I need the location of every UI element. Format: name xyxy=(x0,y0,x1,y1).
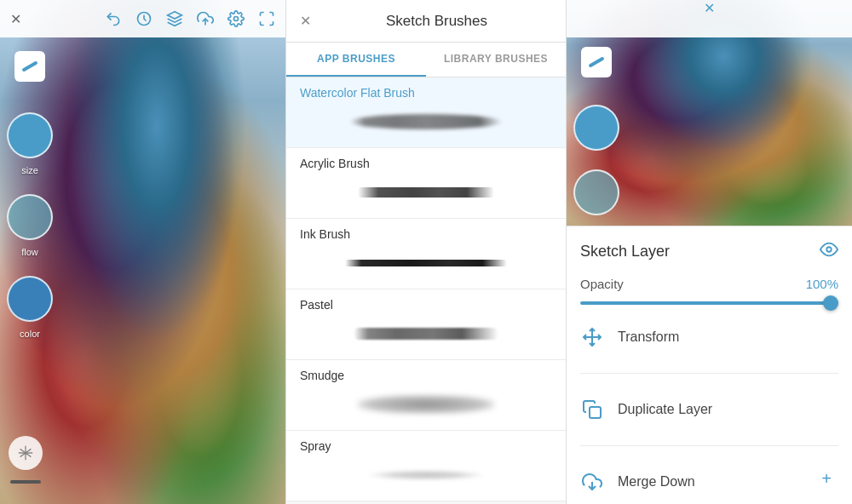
size-label: size xyxy=(21,165,38,175)
left-toolbar: ✕ xyxy=(0,0,285,37)
list-item[interactable]: Ink Brush xyxy=(286,219,566,289)
brush-tabs: APP BRUSHES LIBRARY BRUSHES xyxy=(286,43,566,77)
right-flow-control[interactable] xyxy=(573,169,619,215)
brush-panel-header: ✕ Sketch Brushes xyxy=(286,0,566,43)
left-close-button[interactable]: ✕ xyxy=(10,11,21,27)
stroke-watercolor xyxy=(349,114,503,129)
right-toolbar: ✕ xyxy=(567,0,852,37)
divider xyxy=(580,373,838,374)
brush-preview xyxy=(300,317,552,351)
fullscreen-button[interactable] xyxy=(258,10,275,27)
brush-icon xyxy=(21,60,37,72)
right-panel: ✕ xyxy=(567,0,852,504)
svg-point-3 xyxy=(234,17,239,21)
layers-button[interactable] xyxy=(166,10,183,27)
brush-preview xyxy=(300,105,552,139)
layer-panel-header: Sketch Layer xyxy=(580,240,838,263)
brush-preview xyxy=(300,246,552,280)
svg-point-8 xyxy=(826,247,832,252)
list-item[interactable]: Pastel xyxy=(286,289,566,360)
opacity-label: Opacity xyxy=(580,277,624,291)
transform-icon xyxy=(580,325,604,349)
left-side-tools: size flow color xyxy=(7,51,53,339)
brush-name: Ink Brush xyxy=(300,227,552,241)
merge-icon xyxy=(580,470,604,494)
layer-visibility-button[interactable] xyxy=(820,240,838,263)
opacity-slider[interactable] xyxy=(580,301,838,305)
right-size-control[interactable] xyxy=(573,105,619,151)
duplicate-label: Duplicate Layer xyxy=(618,402,712,417)
stroke-pastel xyxy=(354,328,498,340)
right-side-tools xyxy=(573,47,619,215)
duplicate-layer-action[interactable]: Duplicate Layer xyxy=(580,398,838,421)
brush-list-panel: ✕ Sketch Brushes APP BRUSHES LIBRARY BRU… xyxy=(285,0,567,504)
brush-panel-close-button[interactable]: ✕ xyxy=(300,13,311,29)
layer-actions: Transform Duplicate Layer xyxy=(580,325,838,504)
list-item[interactable]: Watercolor Flat Brush xyxy=(286,77,566,148)
tab-app-brushes[interactable]: APP BRUSHES xyxy=(286,43,426,77)
history-button[interactable] xyxy=(135,10,153,27)
color-label: color xyxy=(20,329,40,339)
list-item[interactable]: Smudge xyxy=(286,360,566,431)
brush-list: Watercolor Flat Brush Acrylic Brush Ink … xyxy=(286,77,566,504)
flow-control[interactable] xyxy=(7,194,53,240)
duplicate-icon xyxy=(580,398,604,421)
settings-button[interactable] xyxy=(227,10,245,27)
brush-name: Watercolor Flat Brush xyxy=(300,86,552,100)
flow-label: flow xyxy=(21,247,38,257)
opacity-value: 100% xyxy=(806,277,838,291)
opacity-row: Opacity 100% xyxy=(580,277,838,291)
stroke-spray xyxy=(366,470,486,480)
svg-rect-11 xyxy=(590,407,601,418)
brush-name: Pastel xyxy=(300,298,552,312)
undo-button[interactable] xyxy=(105,10,122,27)
brush-name: Spray xyxy=(300,439,552,453)
stroke-smudge xyxy=(358,395,494,414)
bottom-tools xyxy=(7,436,44,487)
color-control[interactable] xyxy=(7,276,53,322)
left-drawing-panel: ✕ xyxy=(0,0,285,504)
brush-name: Smudge xyxy=(300,369,552,382)
merge-label: Merge Down xyxy=(618,474,695,490)
brush-panel-title: Sketch Brushes xyxy=(321,13,552,30)
divider xyxy=(580,445,838,446)
stroke-width-indicator xyxy=(10,480,41,484)
size-control[interactable] xyxy=(7,112,53,158)
brush-tool-indicator[interactable] xyxy=(14,51,45,82)
list-item[interactable]: Acrylic Brush xyxy=(286,148,566,219)
brush-preview xyxy=(300,387,552,421)
add-layer-button[interactable]: + xyxy=(811,463,842,494)
stroke-acrylic xyxy=(358,187,494,198)
right-brush-icon xyxy=(588,56,604,67)
svg-marker-1 xyxy=(168,12,182,19)
list-item[interactable]: Spray xyxy=(286,431,566,501)
brush-name: Acrylic Brush xyxy=(300,157,552,170)
tab-library-brushes[interactable]: LIBRARY BRUSHES xyxy=(426,43,566,77)
brush-preview xyxy=(300,175,552,209)
transform-label: Transform xyxy=(618,329,679,345)
brush-preview xyxy=(300,458,552,492)
layer-name-label: Sketch Layer xyxy=(580,243,670,261)
transform-action[interactable]: Transform xyxy=(580,325,838,349)
layer-panel: Sketch Layer Opacity 100% xyxy=(567,226,852,504)
opacity-thumb[interactable] xyxy=(823,295,838,311)
fan-tool-button[interactable] xyxy=(9,436,43,470)
stroke-ink xyxy=(345,260,507,266)
upload-button[interactable] xyxy=(197,10,214,27)
right-brush-tool[interactable] xyxy=(581,47,612,77)
merge-down-action[interactable]: Merge Down xyxy=(580,470,838,494)
right-close-button[interactable]: ✕ xyxy=(704,0,715,16)
